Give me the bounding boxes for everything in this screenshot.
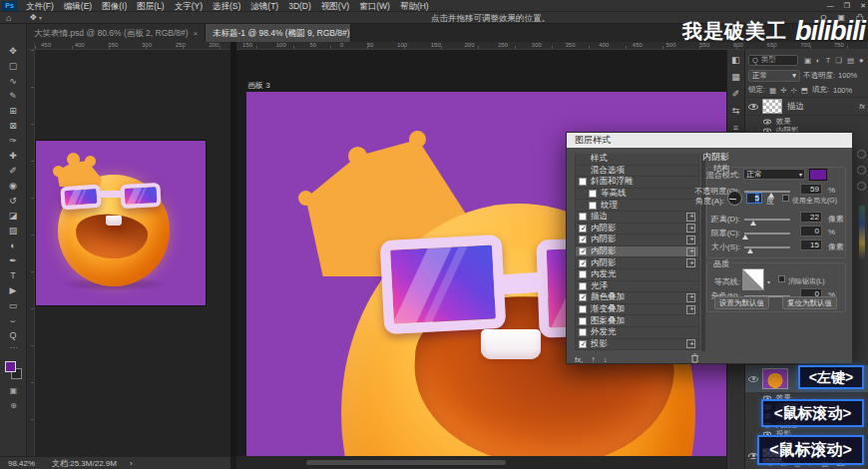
distance-slider[interactable] xyxy=(744,219,790,221)
style-checkbox[interactable] xyxy=(579,225,587,233)
global-light-checkbox[interactable] xyxy=(782,195,789,202)
layer-filter-icon[interactable]: ▣ xyxy=(804,56,811,65)
add-effect-plus-icon[interactable] xyxy=(686,258,695,267)
style-row[interactable]: 内阴影 xyxy=(575,257,699,269)
tool-button[interactable]: ✎ xyxy=(0,89,27,104)
angle-input[interactable]: 5 xyxy=(746,193,762,204)
style-row[interactable]: 外发光 xyxy=(575,327,699,339)
horizontal-scrollbar[interactable] xyxy=(236,456,726,469)
tool-button[interactable]: ✥ xyxy=(0,44,27,59)
home-icon[interactable]: ⌂ xyxy=(6,12,11,24)
style-checkbox[interactable] xyxy=(589,202,597,210)
delete-effect-trash-icon[interactable] xyxy=(690,353,699,365)
layer-name[interactable]: 描边 xyxy=(787,101,804,113)
shadow-color-swatch[interactable] xyxy=(809,169,827,181)
panel-dock-icon[interactable]: ◧ xyxy=(731,55,740,65)
document-tab-inactive[interactable]: 大笑表情.psd @ 80.6% (画板 2, RGB/8#)× xyxy=(27,24,206,42)
move-tool-option-icon[interactable]: ✥ ▾ xyxy=(30,12,42,24)
tool-button[interactable]: ✑ xyxy=(0,134,27,149)
layer-thumbnail[interactable] xyxy=(762,99,782,114)
set-default-button[interactable]: 设置为默认值 xyxy=(714,296,769,309)
style-row[interactable]: 描边 xyxy=(575,212,699,224)
visibility-eye-icon[interactable] xyxy=(763,119,771,124)
collapsed-button-icon[interactable] xyxy=(857,182,866,191)
style-row[interactable]: 内发光 xyxy=(575,269,699,281)
add-effect-plus-icon[interactable] xyxy=(686,339,695,348)
zoom-level[interactable]: 98.42% xyxy=(8,457,35,469)
document-view-left[interactable] xyxy=(35,50,230,456)
menu-item[interactable]: 3D(D) xyxy=(283,0,316,12)
layer-filter-icon[interactable]: ❏ xyxy=(835,56,842,65)
style-checkbox[interactable] xyxy=(579,305,587,313)
tool-button[interactable]: T xyxy=(0,268,27,283)
collapsed-button-icon[interactable] xyxy=(857,150,866,159)
tool-button[interactable]: Q xyxy=(0,328,27,343)
visibility-eye-icon[interactable] xyxy=(748,376,758,382)
restore-icon[interactable]: ❐ xyxy=(844,0,850,12)
menu-item[interactable]: 图像(I) xyxy=(97,0,132,12)
opacity-input[interactable]: 59 xyxy=(800,184,822,195)
tool-button[interactable]: ✚ xyxy=(0,149,27,164)
add-effect-plus-icon[interactable] xyxy=(686,305,695,314)
close-icon[interactable]: ✕ xyxy=(860,0,866,12)
list-scrollbar[interactable] xyxy=(701,154,705,351)
layer-filter-kind[interactable]: Q 类型 xyxy=(748,55,798,66)
tool-button[interactable]: ⌣ xyxy=(0,313,27,328)
style-row[interactable]: 光泽 xyxy=(575,281,699,293)
layer-row[interactable]: 描边 fx xyxy=(745,97,868,116)
contour-thumbnail[interactable] xyxy=(742,268,764,290)
style-checkbox[interactable] xyxy=(579,178,587,186)
style-checkbox[interactable] xyxy=(589,190,597,198)
reset-default-button[interactable]: 复位为默认值 xyxy=(782,296,837,309)
scrollbar-thumb[interactable] xyxy=(306,460,506,465)
menu-item[interactable]: 选择(S) xyxy=(208,0,245,12)
fill-value[interactable]: 100% xyxy=(833,86,852,95)
style-row[interactable]: 投影 xyxy=(575,339,699,351)
menu-item[interactable]: 图层(L) xyxy=(132,0,169,12)
lock-icon[interactable]: ⬒ xyxy=(801,86,808,95)
tab-close-icon[interactable]: × xyxy=(194,29,199,38)
tool-button[interactable]: ⊞ xyxy=(0,104,27,119)
chevron-down-icon[interactable]: ▾ xyxy=(767,278,770,285)
tool-button[interactable]: ◪ xyxy=(0,209,27,224)
layer-filter-icon[interactable]: ● xyxy=(859,56,864,65)
style-checkbox[interactable] xyxy=(579,235,587,243)
menu-item[interactable]: 视图(V) xyxy=(316,0,354,12)
artboard-label[interactable]: 画板 3 xyxy=(247,80,270,91)
foreground-color-swatch[interactable] xyxy=(5,361,16,372)
menu-item[interactable]: 滤镜(T) xyxy=(245,0,283,12)
choke-input[interactable]: 0 xyxy=(800,226,822,236)
menu-item[interactable]: 窗口(W) xyxy=(354,0,395,12)
move-down-icon[interactable]: ↓ xyxy=(603,355,607,364)
edit-toolbar-icon[interactable]: ⋯ xyxy=(0,343,27,355)
style-checkbox[interactable] xyxy=(579,317,587,325)
distance-input[interactable]: 22 xyxy=(800,212,822,223)
style-row[interactable]: 混合选项 xyxy=(575,166,699,178)
choke-slider[interactable] xyxy=(744,233,790,234)
tool-button[interactable]: ▶ xyxy=(0,283,27,298)
visibility-eye-icon[interactable] xyxy=(748,104,758,110)
layer-thumbnail[interactable] xyxy=(762,368,788,389)
style-row[interactable]: 渐变叠加 xyxy=(575,304,699,316)
panel-dock-icon[interactable]: ⇆ xyxy=(732,106,740,116)
screen-mode-icon[interactable]: ⊕ xyxy=(0,398,27,413)
style-checkbox[interactable] xyxy=(579,340,587,348)
menu-item[interactable]: 帮助(H) xyxy=(395,0,434,12)
tool-button[interactable]: ◉ xyxy=(0,179,27,194)
fx-icon[interactable]: fx, xyxy=(575,355,583,364)
antialias-checkbox[interactable] xyxy=(778,275,785,282)
angle-dial[interactable] xyxy=(727,191,742,206)
move-up-icon[interactable]: ↑ xyxy=(591,355,595,364)
quick-mask-icon[interactable]: ▣ xyxy=(0,383,27,398)
blend-mode-select[interactable]: 正常 ▾ xyxy=(743,169,805,180)
menu-item[interactable]: 文件(F) xyxy=(21,0,59,12)
blend-mode-select[interactable]: 正常▾ xyxy=(748,70,800,82)
artboard-small[interactable] xyxy=(36,141,206,305)
tool-button[interactable]: ↺ xyxy=(0,194,27,209)
tool-button[interactable]: ◐ xyxy=(0,238,27,253)
style-row[interactable]: 颜色叠加 xyxy=(575,292,699,304)
fx-badge[interactable]: fx xyxy=(859,102,865,111)
tool-button[interactable]: ▨ xyxy=(0,224,27,238)
style-checkbox[interactable] xyxy=(579,328,587,336)
status-chevron-icon[interactable]: › xyxy=(130,457,133,469)
